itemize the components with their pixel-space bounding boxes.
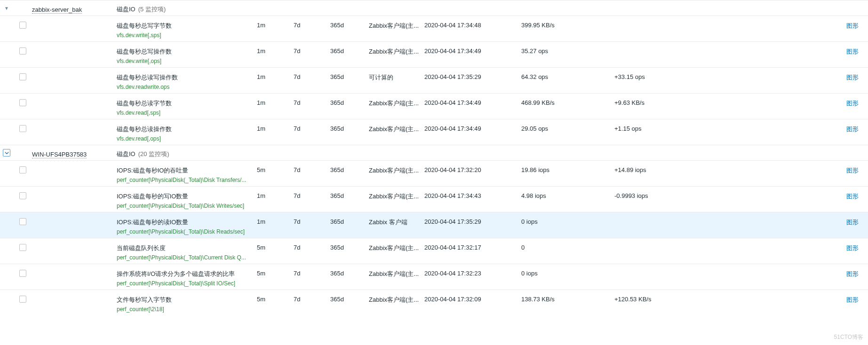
lastcheck-cell: 2020-04-04 17:32:20: [424, 164, 521, 173]
change-cell: [614, 267, 686, 270]
trends-cell: 365d: [330, 122, 369, 132]
lastvalue-cell: 29.05 ops: [521, 122, 614, 132]
graph-link[interactable]: 图形: [846, 296, 859, 303]
history-cell: 7d: [294, 293, 330, 303]
item-count: (20 监控项): [138, 150, 169, 158]
trends-cell: 365d: [330, 96, 369, 106]
change-cell: +33.15 ops: [614, 71, 686, 80]
interval-cell: 1m: [257, 45, 294, 55]
table-row: 磁盘每秒总写字节数 vfs.dev.write[,sps] 1m 7d 365d…: [0, 16, 868, 41]
graph-link[interactable]: 图形: [846, 100, 859, 107]
history-cell: 7d: [294, 45, 330, 55]
type-cell: Zabbix 客户端: [369, 215, 424, 227]
row-checkbox[interactable]: [19, 270, 26, 277]
row-checkbox[interactable]: [19, 22, 26, 29]
trends-cell: 365d: [330, 241, 369, 251]
graph-link[interactable]: 图形: [846, 219, 859, 226]
interval-cell: 5m: [257, 293, 294, 303]
interval-cell: 1m: [257, 19, 294, 29]
item-name: IOPS:磁盘每秒的读IO数量: [117, 218, 257, 227]
interval-cell: 1m: [257, 96, 294, 106]
interval-cell: 1m: [257, 215, 294, 225]
row-checkbox[interactable]: [19, 73, 26, 80]
graph-link[interactable]: 图形: [846, 125, 859, 133]
graph-link[interactable]: 图形: [846, 193, 859, 200]
lastcheck-cell: 2020-04-04 17:35:29: [424, 71, 521, 80]
interval-cell: 1m: [257, 189, 294, 199]
type-cell: Zabbix客户端(主...: [369, 122, 424, 133]
item-key[interactable]: perf_counter[\PhysicalDisk(_Total)\Disk …: [117, 203, 253, 209]
graph-link[interactable]: 图形: [846, 48, 859, 55]
trends-cell: 365d: [330, 189, 369, 199]
type-cell: Zabbix客户端(主...: [369, 45, 424, 56]
host-link[interactable]: WIN-UFS4PB37583: [32, 151, 87, 158]
trends-cell: 365d: [330, 215, 369, 225]
row-checkbox[interactable]: [19, 47, 26, 55]
lastvalue-cell: 138.73 KB/s: [521, 293, 614, 303]
item-key[interactable]: perf_counter[\PhysicalDisk(_Total)\Disk …: [117, 228, 253, 235]
lastvalue-cell: 19.86 iops: [521, 164, 614, 173]
table-row: IOPS:磁盘每秒的写IO数量 perf_counter[\PhysicalDi…: [0, 186, 868, 212]
table-row: 磁盘每秒总写操作数 vfs.dev.write[,ops] 1m 7d 365d…: [0, 41, 868, 67]
lastvalue-cell: 399.95 KB/s: [521, 19, 614, 29]
change-cell: [614, 215, 686, 218]
item-name: 磁盘每秒总读字节数: [117, 99, 257, 108]
expand-toggle[interactable]: ▼: [3, 6, 10, 11]
item-name: 磁盘每秒总读写操作数: [117, 73, 257, 82]
lastcheck-cell: 2020-04-04 17:32:17: [424, 241, 521, 251]
graph-link[interactable]: 图形: [846, 167, 859, 174]
table-row: 当前磁盘队列长度 perf_counter[\PhysicalDisk(_Tot…: [0, 238, 868, 264]
history-cell: 7d: [294, 215, 330, 225]
item-key[interactable]: vfs.dev.readwrite.ops: [117, 84, 253, 90]
change-cell: +9.63 KB/s: [614, 96, 686, 106]
history-cell: 7d: [294, 96, 330, 106]
item-key[interactable]: vfs.dev.read[,ops]: [117, 135, 253, 142]
row-checkbox[interactable]: [19, 296, 26, 303]
table-row: 磁盘每秒总读字节数 vfs.dev.read[,sps] 1m 7d 365d …: [0, 93, 868, 119]
type-cell: Zabbix客户端(主...: [369, 241, 424, 252]
history-cell: 7d: [294, 241, 330, 251]
history-cell: 7d: [294, 71, 330, 80]
history-cell: 7d: [294, 19, 330, 29]
change-cell: +1.15 ops: [614, 122, 686, 132]
item-key[interactable]: vfs.dev.write[,sps]: [117, 32, 253, 39]
item-key[interactable]: perf_counter[\PhysicalDisk(_Total)\Disk …: [117, 177, 253, 183]
history-cell: 7d: [294, 164, 330, 173]
application-name: 磁盘IO: [117, 150, 135, 158]
item-name: 文件每秒写入字节数: [117, 296, 257, 304]
row-checkbox[interactable]: [19, 192, 26, 199]
graph-link[interactable]: 图形: [846, 74, 859, 81]
change-cell: [614, 19, 686, 22]
host-link[interactable]: zabbix-server_bak: [32, 6, 82, 14]
interval-cell: 1m: [257, 71, 294, 80]
trends-cell: 365d: [330, 293, 369, 303]
lastcheck-cell: 2020-04-04 17:34:49: [424, 122, 521, 132]
item-key[interactable]: perf_counter[\2\18]: [117, 306, 253, 313]
item-name: 操作系统将I/O请求分为多个磁盘请求的比率: [117, 270, 257, 278]
expand-toggle[interactable]: [3, 149, 10, 157]
graph-link[interactable]: 图形: [846, 244, 859, 251]
table-row: 操作系统将I/O请求分为多个磁盘请求的比率 perf_counter[\Phys…: [0, 264, 868, 290]
trends-cell: 365d: [330, 164, 369, 173]
row-checkbox[interactable]: [19, 244, 26, 251]
item-key[interactable]: perf_counter[\PhysicalDisk(_Total)\Split…: [117, 280, 253, 287]
row-checkbox[interactable]: [19, 125, 26, 132]
trends-cell: 365d: [330, 267, 369, 277]
lastcheck-cell: 2020-04-04 17:35:29: [424, 215, 521, 225]
item-key[interactable]: perf_counter[\PhysicalDisk(_Total)\Curre…: [117, 254, 253, 261]
item-key[interactable]: vfs.dev.read[,sps]: [117, 110, 253, 116]
history-cell: 7d: [294, 267, 330, 277]
type-cell: Zabbix客户端(主...: [369, 19, 424, 30]
graph-link[interactable]: 图形: [846, 22, 859, 29]
row-checkbox[interactable]: [19, 99, 26, 106]
lastcheck-cell: 2020-04-04 17:34:49: [424, 96, 521, 106]
row-checkbox[interactable]: [19, 166, 26, 173]
lastvalue-cell: 468.99 KB/s: [521, 96, 614, 106]
row-checkbox[interactable]: [19, 218, 26, 225]
graph-link[interactable]: 图形: [846, 270, 859, 277]
history-cell: 7d: [294, 189, 330, 199]
item-key[interactable]: vfs.dev.write[,ops]: [117, 58, 253, 64]
lastvalue-cell: 64.32 ops: [521, 71, 614, 80]
interval-cell: 5m: [257, 164, 294, 173]
type-cell: Zabbix客户端(主...: [369, 293, 424, 304]
